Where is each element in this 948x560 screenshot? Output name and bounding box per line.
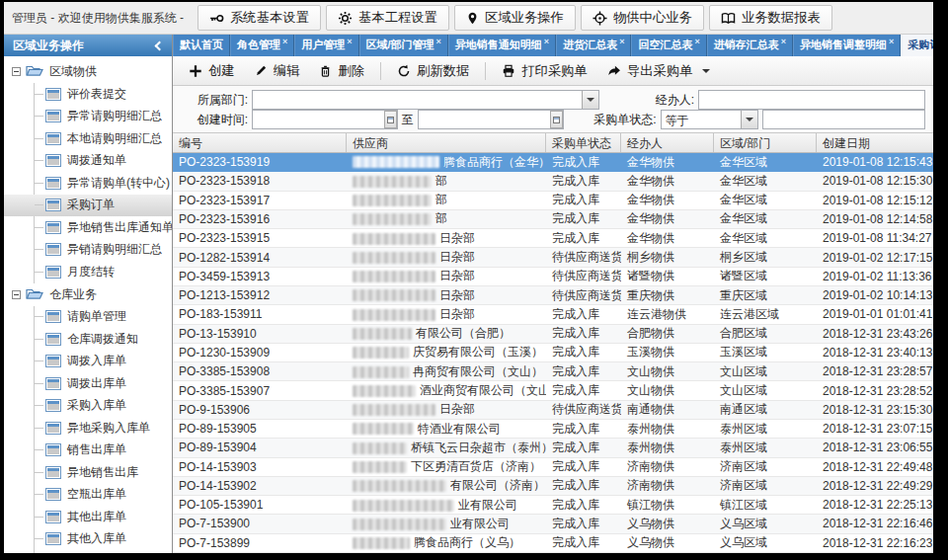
- sidebar-item-采购订单[interactable]: 采购订单: [4, 195, 172, 217]
- tree-folder-区域物供[interactable]: 区域物供: [4, 60, 172, 83]
- close-tab-icon[interactable]: ×: [619, 38, 624, 46]
- table-row[interactable]: PO-2323-153916部完成入库金华物供金华区域2019-01-08 12…: [173, 210, 933, 229]
- menu-project-settings[interactable]: 基本工程设置: [326, 5, 449, 31]
- tab-默认首页[interactable]: 默认首页: [173, 35, 230, 56]
- sidebar-item-请购单管理[interactable]: 请购单管理: [35, 306, 172, 329]
- sidebar-item-销售出库单[interactable]: 销售出库单: [35, 440, 172, 462]
- table-row[interactable]: PO-3385-153908冉商贸有限公司（文山）完成入库文山物供文山区域201…: [173, 362, 933, 381]
- sidebar-item-异地销售出库通知单[interactable]: 异地销售出库通知单: [35, 216, 172, 239]
- created-to-field: [418, 110, 564, 129]
- status-operator-select[interactable]: 等于: [661, 110, 758, 129]
- sidebar-item-label: 月度结转: [67, 264, 115, 280]
- sidebar-item-空瓶出库单[interactable]: 空瓶出库单: [35, 484, 172, 507]
- status-value-input[interactable]: [762, 110, 925, 129]
- sidebar-item-其他入库单[interactable]: 其他入库单: [35, 528, 172, 551]
- close-tab-icon[interactable]: ×: [781, 38, 786, 46]
- edit-button[interactable]: 编辑: [247, 59, 308, 83]
- sidebar-item-调拨出库单[interactable]: 调拨出库单: [35, 372, 172, 395]
- sidebar-item-仓库调拨通知[interactable]: 仓库调拨通知: [35, 328, 172, 351]
- column-header-经办人[interactable]: 经办人: [621, 133, 714, 152]
- menu-system-settings[interactable]: 系统基本设置: [198, 5, 321, 31]
- cell-created: 2018-12-31 23:28:52: [817, 384, 933, 398]
- calendar-icon[interactable]: [550, 111, 563, 128]
- agent-input[interactable]: [698, 90, 925, 110]
- tab-异地销售通知明细[interactable]: 异地销售通知明细×: [448, 35, 556, 56]
- tree-folder-仓库业务[interactable]: 仓库业务: [4, 283, 172, 306]
- close-tab-icon[interactable]: ×: [347, 38, 352, 46]
- create-button[interactable]: 创建: [181, 59, 243, 83]
- print-po-button[interactable]: 打印采购单: [494, 59, 595, 83]
- chevron-down-icon[interactable]: [741, 111, 757, 128]
- sidebar-item-调拨入库单[interactable]: 调拨入库单: [35, 351, 172, 373]
- sidebar-item-本地请购明细汇总[interactable]: 本地请购明细汇总: [35, 127, 172, 150]
- sidebar-item-异地销售出库[interactable]: 异地销售出库: [35, 461, 172, 484]
- table-row[interactable]: PO-14-153902有限公司（济南）完成入库济南物供济南区域2018-12-…: [173, 477, 933, 496]
- table-row[interactable]: PO-1230-153909庆贸易有限公司（玉溪）完成入库玉溪物供玉溪区域201…: [173, 344, 933, 362]
- sidebar-item-异地采购入库单[interactable]: 异地采购入库单: [35, 417, 172, 440]
- tab-区域/部门管理[interactable]: 区域/部门管理×: [359, 35, 448, 56]
- close-tab-icon[interactable]: ×: [889, 38, 894, 46]
- tab-进货汇总表[interactable]: 进货汇总表×: [556, 35, 631, 56]
- sidebar-item-调拨通知单[interactable]: 调拨通知单: [35, 150, 172, 173]
- close-tab-icon[interactable]: ×: [544, 38, 549, 46]
- table-row[interactable]: PO-105-153901业有限公司完成入库镇江物供镇江区域2018-12-31…: [173, 496, 933, 515]
- menu-label: 业务数据报表: [742, 9, 821, 27]
- tab-回空汇总表[interactable]: 回空汇总表×: [631, 35, 706, 56]
- sidebar-item-评价表提交[interactable]: 评价表提交: [35, 83, 172, 106]
- delete-button[interactable]: 删除: [311, 59, 372, 83]
- tab-异地销售调整明细[interactable]: 异地销售调整明细×: [793, 35, 901, 56]
- table-row[interactable]: PO-2323-153919腾食品商行（金华）完成入库金华物供金华区域2019-…: [173, 153, 933, 172]
- calendar-icon[interactable]: [384, 111, 397, 128]
- column-header-采购单状态[interactable]: 采购单状态: [546, 133, 621, 152]
- collapse-sidebar-icon[interactable]: [155, 40, 165, 50]
- table-row[interactable]: PO-89-153905特酒业有限公司完成入库泰州物供泰州区域2018-12-3…: [173, 420, 933, 439]
- document-icon: [45, 466, 61, 479]
- created-from-input[interactable]: [252, 110, 398, 129]
- sidebar-item-采购入库单[interactable]: 采购入库单: [35, 395, 172, 418]
- key-icon: [209, 11, 224, 26]
- column-header-供应商[interactable]: 供应商: [347, 133, 546, 152]
- sidebar-item-异常请购明细汇总[interactable]: 异常请购明细汇总: [35, 106, 172, 128]
- menu-supply-center[interactable]: 物供中心业务: [581, 5, 704, 31]
- table-row[interactable]: PO-89-153904桥镇飞云日杂超市（泰州）完成入库泰州物供泰州区域2018…: [173, 439, 933, 457]
- table-row[interactable]: PO-14-153903下区勇清百货店（济南）完成入库济南物供济南区域2018-…: [173, 458, 933, 477]
- table-row[interactable]: PO-7-153900业有限公司完成入库义乌物供义乌区域2018-12-31 2…: [173, 515, 933, 533]
- table-row[interactable]: PO-1213-153912日杂部待供应商送货重庆物供重庆区域2019-01-0…: [173, 286, 933, 305]
- table-row[interactable]: PO-183-153911日杂部完成入库连云港物供连云港区域2019-01-01…: [173, 305, 933, 324]
- tab-采购订单[interactable]: 采购订单×: [901, 35, 933, 56]
- close-tab-icon[interactable]: ×: [282, 38, 287, 46]
- chevron-down-icon[interactable]: [582, 91, 598, 109]
- table-row[interactable]: PO-2323-153918部完成入库金华物供金华区域2019-01-08 12…: [173, 172, 933, 191]
- sidebar-item-异销请购明细汇总[interactable]: 异销请购明细汇总: [35, 239, 172, 262]
- created-to-input[interactable]: [418, 110, 564, 129]
- collapse-node-icon[interactable]: [12, 290, 21, 299]
- table-row[interactable]: PO-2323-153917部完成入库金华物供金华区域2019-01-08 12…: [173, 192, 933, 210]
- sidebar-item-其他出库单[interactable]: 其他出库单: [35, 506, 172, 528]
- table-row[interactable]: PO-13-153910有限公司（合肥）完成入库合肥物供合肥区域2018-12-…: [173, 325, 933, 344]
- table-row[interactable]: PO-3385-153907酒业商贸有限公司（文山）完成入库文山物供文山区域20…: [173, 381, 933, 400]
- table-row[interactable]: PO-1282-153914日杂部待供应商送货桐乡物供桐乡区域2019-01-0…: [173, 248, 933, 267]
- collapse-node-icon[interactable]: [12, 67, 21, 76]
- sidebar-item-月度结转[interactable]: 月度结转: [35, 261, 172, 283]
- close-tab-icon[interactable]: ×: [694, 38, 699, 46]
- table-row[interactable]: PO-3459-153913日杂部待供应商送货诸暨物供诸暨区域2019-01-0…: [173, 268, 933, 286]
- column-header-区域/部门[interactable]: 区域/部门: [714, 133, 817, 152]
- menu-reports[interactable]: 业务数据报表: [709, 5, 832, 31]
- sidebar-item-异常请购单(转中心)[interactable]: 异常请购单(转中心): [35, 172, 172, 195]
- column-header-创建日期[interactable]: 创建日期: [817, 133, 933, 152]
- close-tab-icon[interactable]: ×: [436, 38, 441, 46]
- menu-region-ops[interactable]: 区域业务操作: [454, 5, 576, 31]
- cell-po: PO-2323-153916: [173, 212, 347, 226]
- redacted-supplier-block: [353, 309, 435, 321]
- table-row[interactable]: PO-7-153899腾食品商行（义乌）完成入库义乌物供义乌区域2018-12-…: [173, 534, 933, 553]
- export-po-button[interactable]: 导出采购单: [599, 59, 718, 83]
- sidebar-item-异销出库调整[interactable]: 异销出库调整: [35, 550, 172, 553]
- table-row[interactable]: PO-2323-153915日杂部完成入库金华物供金华区域2019-01-08 …: [173, 229, 933, 248]
- department-select[interactable]: [252, 90, 599, 110]
- tab-用户管理[interactable]: 用户管理×: [294, 35, 358, 56]
- tab-进销存汇总表[interactable]: 进销存汇总表×: [707, 35, 793, 56]
- column-header-编号[interactable]: 编号: [173, 133, 347, 152]
- table-row[interactable]: PO-9-153906日杂部待供应商送货南通物供南通区域2018-12-31 2…: [173, 401, 933, 420]
- refresh-button[interactable]: 刷新数据: [389, 59, 477, 83]
- tab-角色管理[interactable]: 角色管理×: [230, 35, 294, 56]
